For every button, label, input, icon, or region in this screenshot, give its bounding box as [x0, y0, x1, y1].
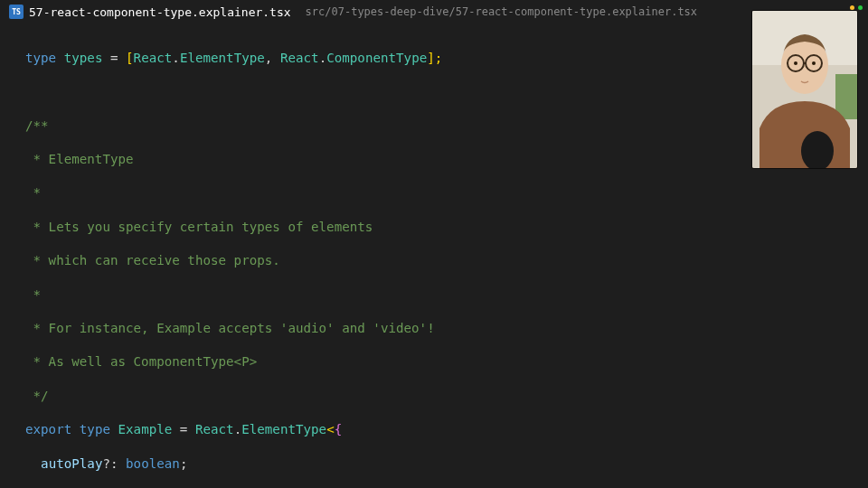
- code-editor[interactable]: type types = [React.ElementType, React.C…: [0, 23, 868, 488]
- presenter-illustration: [752, 11, 857, 168]
- svg-point-7: [794, 61, 797, 65]
- svg-rect-10: [812, 166, 823, 168]
- code-line: * Lets you specify certain types of elem…: [25, 219, 868, 236]
- code-line: * As well as ComponentType<P>: [25, 353, 868, 371]
- code-line: export type Example = React.ElementType<…: [25, 421, 868, 438]
- code-line: */: [25, 388, 868, 405]
- typescript-icon: TS: [9, 5, 24, 19]
- breadcrumb-path: src/07-types-deep-dive/57-react-componen…: [300, 5, 697, 18]
- tab-bar: TS 57-react-component-type.explainer.tsx…: [0, 0, 868, 23]
- code-line: /**: [25, 117, 868, 135]
- svg-point-8: [812, 61, 816, 65]
- code-line: *: [25, 286, 868, 304]
- code-line: type types = [React.ElementType, React.C…: [25, 50, 868, 67]
- code-line: autoPlay?: boolean;: [25, 455, 868, 473]
- code-line: [25, 83, 868, 100]
- presenter-webcam: [752, 11, 857, 168]
- editor-tab[interactable]: TS 57-react-component-type.explainer.tsx: [0, 0, 300, 23]
- code-line: *: [25, 184, 868, 202]
- code-line: * For instance, Example accepts 'audio' …: [25, 320, 868, 337]
- window-controls: [850, 5, 863, 10]
- code-line: * which can receive those props.: [25, 252, 868, 269]
- tab-filename: 57-react-component-type.explainer.tsx: [29, 5, 291, 19]
- code-line: * ElementType: [25, 151, 868, 168]
